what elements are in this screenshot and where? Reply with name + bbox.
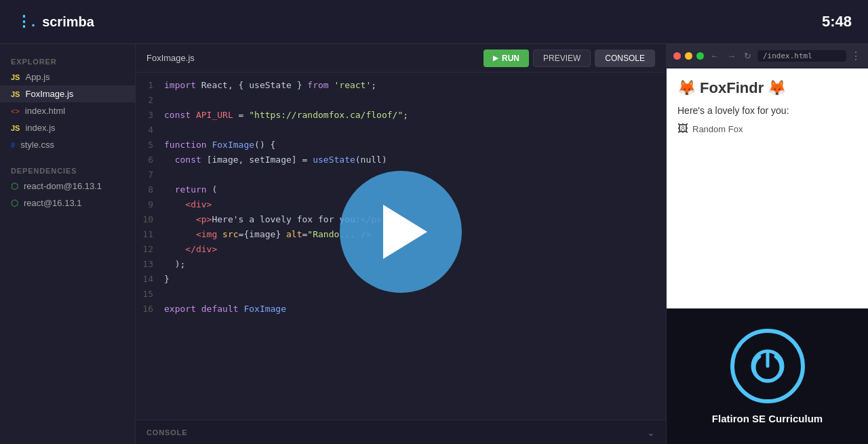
code-line: 13 ); xyxy=(136,257,666,272)
preview-panel: ← → ↻ /index.html ⋮ 🦊 FoxFindr 🦊 Here's … xyxy=(666,44,868,444)
sidebar-item-stylecss[interactable]: # style.css xyxy=(0,136,135,153)
code-line: 11 <img src={image} alt="Rando... /> xyxy=(136,227,666,242)
sidebar-dep-label: react@16.13.1 xyxy=(24,198,81,208)
code-line: 16export default FoxImage xyxy=(136,302,666,317)
power-icon xyxy=(747,346,788,386)
code-line: 1import React, { useState } from 'react'… xyxy=(136,78,666,93)
browser-refresh-button[interactable]: ↻ xyxy=(742,51,753,61)
dependencies-label: DEPENDENCIES xyxy=(0,161,135,178)
code-line: 9 <div> xyxy=(136,197,666,212)
browser-chrome: ← → ↻ /index.html ⋮ xyxy=(667,44,868,68)
logo-text: scrimba xyxy=(42,14,94,30)
run-label: RUN xyxy=(502,54,519,63)
code-line: 6 const [image, setImage] = useState(nul… xyxy=(136,153,666,167)
sidebar-dep-react[interactable]: ⬡ react@16.13.1 xyxy=(0,195,135,211)
logo: ⋮. scrimba xyxy=(16,13,94,31)
code-line: 3const API_URL = "https://randomfox.ca/f… xyxy=(136,108,666,123)
toolbar-buttons: ▶ RUN PREVIEW CONSOLE xyxy=(484,49,655,67)
image-icon: 🖼 xyxy=(677,123,688,135)
dep-icon: ⬡ xyxy=(11,181,18,191)
js-icon: JS xyxy=(11,90,20,98)
sidebar-file-label: FoxImage.js xyxy=(25,89,73,99)
main-layout: EXPLORER JS App.js JS FoxImage.js <> ind… xyxy=(0,44,868,444)
editor-filename: FoxImage.js xyxy=(146,53,195,63)
browser-url-bar[interactable]: /index.html xyxy=(757,50,846,62)
sidebar: EXPLORER JS App.js JS FoxImage.js <> ind… xyxy=(0,44,136,444)
browser-minimize-button[interactable] xyxy=(685,52,692,60)
editor-toolbar: FoxImage.js ▶ RUN PREVIEW CONSOLE xyxy=(136,44,666,73)
sidebar-file-label: style.css xyxy=(20,140,54,150)
css-icon: # xyxy=(11,141,15,149)
preview-title: 🦊 FoxFindr 🦊 xyxy=(677,79,857,97)
sidebar-dep-reactdom[interactable]: ⬡ react-dom@16.13.1 xyxy=(0,178,135,195)
logo-icon: ⋮. xyxy=(16,13,35,31)
sidebar-item-foximagejs[interactable]: JS FoxImage.js xyxy=(0,85,135,102)
console-button[interactable]: CONSOLE xyxy=(595,49,655,67)
header: ⋮. scrimba 5:48 xyxy=(0,0,868,44)
browser-menu-icon[interactable]: ⋮ xyxy=(850,49,861,62)
code-line: 15 xyxy=(136,287,666,302)
code-line: 4 xyxy=(136,123,666,138)
image-alt-text: Random Fox xyxy=(692,124,743,134)
sidebar-item-indexhtml[interactable]: <> index.html xyxy=(0,102,135,119)
editor-area: FoxImage.js ▶ RUN PREVIEW CONSOLE 1impor… xyxy=(136,44,666,444)
sidebar-dep-label: react-dom@16.13.1 xyxy=(24,181,102,191)
code-line: 14} xyxy=(136,272,666,287)
code-line: 2 xyxy=(136,93,666,108)
sidebar-file-label: index.js xyxy=(25,123,55,133)
preview-button[interactable]: PREVIEW xyxy=(533,49,591,67)
sidebar-item-indexjs[interactable]: JS index.js xyxy=(0,119,135,136)
sidebar-file-label: App.js xyxy=(25,72,50,82)
run-button[interactable]: ▶ RUN xyxy=(484,49,529,67)
code-line: 12 </div> xyxy=(136,242,666,257)
run-icon: ▶ xyxy=(493,54,498,62)
sidebar-file-label: index.html xyxy=(25,106,65,116)
browser-back-button[interactable]: ← xyxy=(708,51,721,61)
explorer-label: EXPLORER xyxy=(0,52,135,68)
flatiron-title: Flatiron SE Curriculum xyxy=(712,413,823,424)
console-bar[interactable]: CONSOLE ⌄ xyxy=(136,420,666,444)
code-editor: 1import React, { useState } from 'react'… xyxy=(136,73,666,420)
code-line: 5function FoxImage() { xyxy=(136,138,666,153)
dep-icon: ⬡ xyxy=(11,198,18,208)
html-icon: <> xyxy=(11,107,20,115)
time-display: 5:48 xyxy=(822,13,852,31)
browser-close-button[interactable] xyxy=(673,52,681,60)
browser-maximize-button[interactable] xyxy=(696,52,704,60)
sidebar-item-appjs[interactable]: JS App.js xyxy=(0,68,135,85)
code-line: 7 xyxy=(136,167,666,182)
code-line: 10 <p>Here's a lovely fox for you:</p> xyxy=(136,212,666,227)
js-icon: JS xyxy=(11,73,20,81)
code-line: 8 return ( xyxy=(136,182,666,197)
browser-forward-button[interactable]: → xyxy=(725,51,738,61)
flatiron-logo xyxy=(730,329,805,403)
preview-text: Here's a lovely fox for you: xyxy=(677,105,857,116)
preview-image: 🖼 Random Fox xyxy=(677,123,857,135)
js-icon: JS xyxy=(11,124,20,132)
browser-content: 🦊 FoxFindr 🦊 Here's a lovely fox for you… xyxy=(667,68,868,308)
console-label: CONSOLE xyxy=(146,428,188,437)
chevron-down-icon[interactable]: ⌄ xyxy=(647,427,655,438)
flatiron-overlay: Flatiron SE Curriculum xyxy=(667,308,868,444)
